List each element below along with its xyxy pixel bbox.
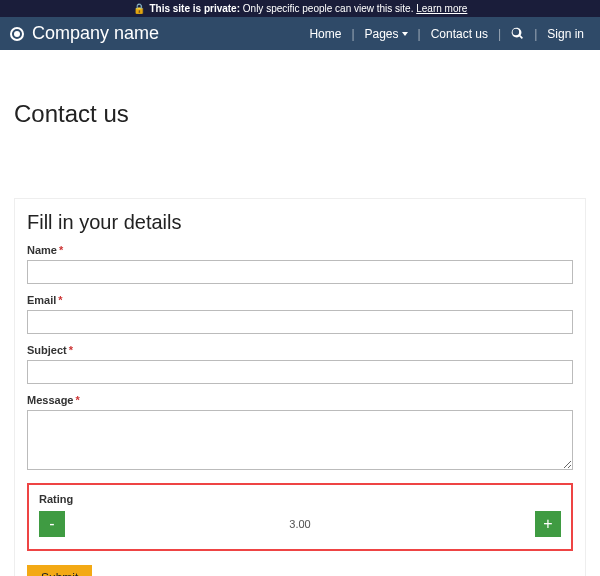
rating-stepper: - 3.00 +	[39, 511, 561, 537]
page-body: Contact us Fill in your details Name* Em…	[0, 50, 600, 576]
field-message: Message*	[27, 394, 573, 473]
brand[interactable]: Company name	[10, 23, 159, 44]
lock-icon: 🔒	[133, 3, 145, 14]
logo-icon	[10, 27, 24, 41]
nav-separator: |	[418, 27, 421, 41]
chevron-down-icon	[402, 32, 408, 36]
message-label: Message*	[27, 394, 573, 406]
email-label: Email*	[27, 294, 573, 306]
nav-separator: |	[534, 27, 537, 41]
nav-home[interactable]: Home	[303, 25, 347, 43]
privacy-banner: 🔒 This site is private: Only specific pe…	[0, 0, 600, 17]
nav-pages-label: Pages	[365, 27, 399, 41]
email-input[interactable]	[27, 310, 573, 334]
brand-name: Company name	[32, 23, 159, 44]
subject-input[interactable]	[27, 360, 573, 384]
field-subject: Subject*	[27, 344, 573, 384]
rating-value: 3.00	[65, 518, 535, 530]
subject-label: Subject*	[27, 344, 573, 356]
form-title: Fill in your details	[27, 211, 573, 234]
navbar: Company name Home | Pages | Contact us |…	[0, 17, 600, 50]
nav-right: Home | Pages | Contact us | | Sign in	[303, 25, 590, 43]
contact-form: Fill in your details Name* Email* Subjec…	[14, 198, 586, 576]
banner-prefix: This site is private:	[149, 3, 240, 14]
required-mark: *	[75, 394, 79, 406]
nav-pages[interactable]: Pages	[359, 25, 414, 43]
nav-contact[interactable]: Contact us	[425, 25, 494, 43]
nav-separator: |	[351, 27, 354, 41]
required-mark: *	[58, 294, 62, 306]
required-mark: *	[69, 344, 73, 356]
message-input[interactable]	[27, 410, 573, 470]
field-name: Name*	[27, 244, 573, 284]
rating-decrement-button[interactable]: -	[39, 511, 65, 537]
rating-increment-button[interactable]: +	[535, 511, 561, 537]
learn-more-link[interactable]: Learn more	[416, 3, 467, 14]
submit-button[interactable]: Submit	[27, 565, 92, 576]
rating-label: Rating	[39, 493, 561, 505]
field-rating-highlight: Rating - 3.00 +	[27, 483, 573, 551]
banner-text: Only specific people can view this site.	[243, 3, 414, 14]
field-email: Email*	[27, 294, 573, 334]
name-input[interactable]	[27, 260, 573, 284]
nav-signin[interactable]: Sign in	[541, 25, 590, 43]
required-mark: *	[59, 244, 63, 256]
search-icon[interactable]	[505, 25, 530, 42]
page-title: Contact us	[14, 100, 586, 128]
nav-separator: |	[498, 27, 501, 41]
name-label: Name*	[27, 244, 573, 256]
